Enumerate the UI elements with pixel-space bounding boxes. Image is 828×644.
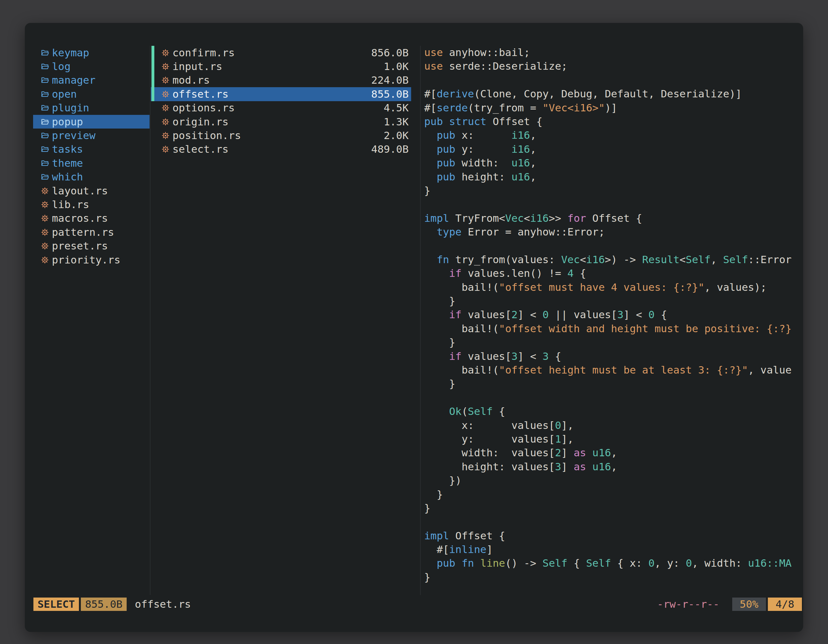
- folder-open-icon: [41, 63, 49, 71]
- dir-item-manager[interactable]: manager: [33, 74, 149, 87]
- dir-item-plugin[interactable]: plugin: [33, 101, 149, 115]
- code-line: bail!("offset width and height must be p…: [424, 322, 801, 336]
- file-item-input-rs[interactable]: input.rs1.0K: [151, 60, 411, 73]
- code-line: }: [424, 377, 801, 391]
- code-line: }): [424, 474, 801, 487]
- file-item-macros-rs[interactable]: macros.rs: [33, 212, 149, 225]
- rust-file-icon: [41, 256, 49, 264]
- code-line: }: [424, 501, 801, 515]
- cursor-position-badge: 4/8: [768, 597, 802, 611]
- file-name: which: [52, 171, 83, 183]
- code-line: y: values[1],: [424, 432, 801, 446]
- file-item-layout-rs[interactable]: layout.rs: [33, 184, 149, 197]
- file-name: preset.rs: [52, 240, 108, 252]
- rust-file-icon: [41, 201, 49, 209]
- rust-file-icon: [162, 90, 169, 98]
- folder-open-icon: [41, 49, 49, 57]
- folder-open-icon: [41, 90, 49, 98]
- rust-file-icon: [162, 49, 169, 57]
- code-line: use serde::Deserialize;: [424, 60, 801, 73]
- file-item-lib-rs[interactable]: lib.rs: [33, 197, 149, 211]
- file-item-position-rs[interactable]: position.rs2.0K: [151, 128, 411, 142]
- code-line: impl Offset {: [424, 529, 801, 543]
- dir-item-theme[interactable]: theme: [33, 156, 149, 170]
- dir-item-preview[interactable]: preview: [33, 128, 149, 142]
- file-name: layout.rs: [52, 185, 108, 197]
- status-bar: SELECT 855.0B offset.rs -rw-r--r-- 50% 4…: [33, 597, 802, 611]
- code-line: }: [424, 294, 801, 308]
- code-line: }: [424, 488, 801, 501]
- folder-open-icon: [41, 132, 49, 140]
- dir-item-which[interactable]: which: [33, 170, 149, 184]
- rust-file-icon: [162, 104, 169, 112]
- file-name: keymap: [52, 47, 89, 59]
- code-line: bail!("offset height must be at least 3:…: [424, 364, 801, 377]
- file-size: 856.0B: [372, 47, 409, 59]
- code-line: Ok(Self {: [424, 405, 801, 418]
- file-name: offset.rs: [172, 88, 229, 100]
- code-line: height: values[3] as u16,: [424, 460, 801, 474]
- code-line: [424, 515, 801, 529]
- file-size: 489.0B: [372, 143, 409, 155]
- file-size: 1.0K: [384, 60, 409, 72]
- code-line: pub fn line() -> Self { Self { x: 0, y: …: [424, 556, 801, 570]
- file-item-confirm-rs[interactable]: confirm.rs856.0B: [151, 46, 411, 60]
- status-bar-right: -rw-r--r-- 50% 4/8: [657, 597, 802, 611]
- code-line: type Error = anyhow::Error;: [424, 225, 801, 239]
- file-item-origin-rs[interactable]: origin.rs1.3K: [151, 115, 411, 128]
- code-line: #[serde(try_from = "Vec<i16>")]: [424, 101, 801, 115]
- folder-open-icon: [41, 76, 49, 84]
- code-line: [424, 239, 801, 253]
- code-line: }: [424, 570, 801, 584]
- code-line: use anyhow::bail;: [424, 46, 801, 60]
- file-name: select.rs: [172, 143, 229, 155]
- code-line: [424, 391, 801, 405]
- rust-file-icon: [162, 118, 169, 126]
- terminal-window: keymaplogmanageropenpluginpopuppreviewta…: [25, 23, 803, 632]
- file-name: log: [52, 60, 71, 72]
- status-filename: offset.rs: [135, 598, 191, 610]
- file-name: input.rs: [172, 60, 223, 72]
- dir-item-tasks[interactable]: tasks: [33, 143, 149, 156]
- pane-divider-right: [420, 46, 421, 595]
- code-line: pub height: u16,: [424, 170, 801, 184]
- code-line: pub struct Offset {: [424, 115, 801, 128]
- file-name: macros.rs: [52, 212, 108, 224]
- file-name: priority.rs: [52, 254, 120, 266]
- file-name: tasks: [52, 143, 83, 155]
- file-item-mod-rs[interactable]: mod.rs224.0B: [151, 74, 411, 87]
- code-line: pub x: i16,: [424, 128, 801, 142]
- file-name: popup: [52, 116, 83, 128]
- code-line: bail!("offset must have 4 values: {:?}",…: [424, 280, 801, 294]
- rust-file-icon: [41, 187, 49, 195]
- folder-open-icon: [41, 118, 49, 126]
- code-line: #[derive(Clone, Copy, Debug, Default, De…: [424, 87, 801, 101]
- code-line: pub y: i16,: [424, 143, 801, 156]
- file-name: origin.rs: [172, 116, 229, 128]
- file-item-select-rs[interactable]: select.rs489.0B: [151, 143, 411, 156]
- dir-item-popup[interactable]: popup: [33, 115, 149, 128]
- folder-open-icon: [41, 173, 49, 181]
- status-bar-left: SELECT 855.0B offset.rs: [33, 597, 191, 611]
- file-item-options-rs[interactable]: options.rs4.5K: [151, 101, 411, 115]
- file-item-priority-rs[interactable]: priority.rs: [33, 253, 149, 266]
- folder-open-icon: [41, 104, 49, 112]
- file-size: 224.0B: [372, 74, 409, 86]
- code-line: x: values[0],: [424, 419, 801, 432]
- file-name: pattern.rs: [52, 226, 114, 238]
- rust-file-icon: [162, 63, 169, 71]
- file-name: position.rs: [172, 130, 241, 142]
- file-name: plugin: [52, 102, 89, 114]
- rust-file-icon: [41, 214, 49, 223]
- dir-item-open[interactable]: open: [33, 87, 149, 101]
- dir-item-keymap[interactable]: keymap: [33, 46, 149, 60]
- file-item-offset-rs[interactable]: offset.rs855.0B: [151, 87, 411, 101]
- rust-file-icon: [41, 242, 49, 250]
- dir-item-log[interactable]: log: [33, 60, 149, 73]
- folder-open-icon: [41, 145, 49, 154]
- file-item-preset-rs[interactable]: preset.rs: [33, 239, 149, 253]
- file-name: open: [52, 88, 77, 100]
- file-item-pattern-rs[interactable]: pattern.rs: [33, 225, 149, 239]
- file-name: lib.rs: [52, 199, 89, 211]
- mode-badge: SELECT: [33, 597, 79, 611]
